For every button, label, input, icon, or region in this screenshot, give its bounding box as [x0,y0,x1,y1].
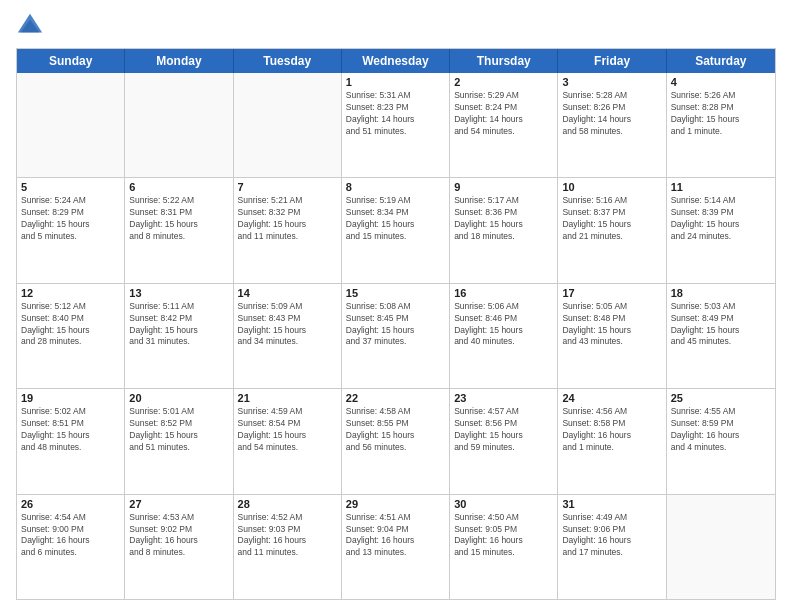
page: SundayMondayTuesdayWednesdayThursdayFrid… [0,0,792,612]
cell-content: Sunrise: 4:49 AMSunset: 9:06 PMDaylight:… [562,512,661,560]
cell-content: Sunrise: 5:03 AMSunset: 8:49 PMDaylight:… [671,301,771,349]
table-row: 3Sunrise: 5:28 AMSunset: 8:26 PMDaylight… [558,73,666,177]
day-number: 27 [129,498,228,510]
day-number: 11 [671,181,771,193]
cell-content: Sunrise: 5:06 AMSunset: 8:46 PMDaylight:… [454,301,553,349]
cell-content: Sunrise: 4:53 AMSunset: 9:02 PMDaylight:… [129,512,228,560]
day-number: 26 [21,498,120,510]
logo-icon [16,12,44,40]
cell-content: Sunrise: 5:19 AMSunset: 8:34 PMDaylight:… [346,195,445,243]
calendar-week-2: 5Sunrise: 5:24 AMSunset: 8:29 PMDaylight… [17,178,775,283]
day-number: 30 [454,498,553,510]
table-row [17,73,125,177]
day-number: 31 [562,498,661,510]
day-header-sunday: Sunday [17,49,125,73]
table-row: 25Sunrise: 4:55 AMSunset: 8:59 PMDayligh… [667,389,775,493]
table-row: 28Sunrise: 4:52 AMSunset: 9:03 PMDayligh… [234,495,342,599]
cell-content: Sunrise: 5:29 AMSunset: 8:24 PMDaylight:… [454,90,553,138]
cell-content: Sunrise: 4:52 AMSunset: 9:03 PMDaylight:… [238,512,337,560]
day-header-saturday: Saturday [667,49,775,73]
cell-content: Sunrise: 4:58 AMSunset: 8:55 PMDaylight:… [346,406,445,454]
table-row: 10Sunrise: 5:16 AMSunset: 8:37 PMDayligh… [558,178,666,282]
table-row: 30Sunrise: 4:50 AMSunset: 9:05 PMDayligh… [450,495,558,599]
cell-content: Sunrise: 4:51 AMSunset: 9:04 PMDaylight:… [346,512,445,560]
table-row: 23Sunrise: 4:57 AMSunset: 8:56 PMDayligh… [450,389,558,493]
table-row: 21Sunrise: 4:59 AMSunset: 8:54 PMDayligh… [234,389,342,493]
cell-content: Sunrise: 4:50 AMSunset: 9:05 PMDaylight:… [454,512,553,560]
day-number: 12 [21,287,120,299]
cell-content: Sunrise: 5:02 AMSunset: 8:51 PMDaylight:… [21,406,120,454]
table-row: 5Sunrise: 5:24 AMSunset: 8:29 PMDaylight… [17,178,125,282]
day-number: 23 [454,392,553,404]
logo [16,12,48,40]
table-row: 31Sunrise: 4:49 AMSunset: 9:06 PMDayligh… [558,495,666,599]
day-header-monday: Monday [125,49,233,73]
table-row: 26Sunrise: 4:54 AMSunset: 9:00 PMDayligh… [17,495,125,599]
calendar-week-3: 12Sunrise: 5:12 AMSunset: 8:40 PMDayligh… [17,284,775,389]
day-number: 2 [454,76,553,88]
calendar: SundayMondayTuesdayWednesdayThursdayFrid… [16,48,776,600]
day-number: 8 [346,181,445,193]
day-header-thursday: Thursday [450,49,558,73]
cell-content: Sunrise: 5:24 AMSunset: 8:29 PMDaylight:… [21,195,120,243]
day-number: 14 [238,287,337,299]
day-number: 1 [346,76,445,88]
day-header-friday: Friday [558,49,666,73]
day-number: 16 [454,287,553,299]
day-number: 22 [346,392,445,404]
day-number: 13 [129,287,228,299]
cell-content: Sunrise: 5:28 AMSunset: 8:26 PMDaylight:… [562,90,661,138]
cell-content: Sunrise: 5:12 AMSunset: 8:40 PMDaylight:… [21,301,120,349]
cell-content: Sunrise: 5:17 AMSunset: 8:36 PMDaylight:… [454,195,553,243]
table-row: 1Sunrise: 5:31 AMSunset: 8:23 PMDaylight… [342,73,450,177]
cell-content: Sunrise: 5:14 AMSunset: 8:39 PMDaylight:… [671,195,771,243]
day-header-wednesday: Wednesday [342,49,450,73]
table-row: 8Sunrise: 5:19 AMSunset: 8:34 PMDaylight… [342,178,450,282]
cell-content: Sunrise: 5:08 AMSunset: 8:45 PMDaylight:… [346,301,445,349]
cell-content: Sunrise: 5:09 AMSunset: 8:43 PMDaylight:… [238,301,337,349]
cell-content: Sunrise: 5:05 AMSunset: 8:48 PMDaylight:… [562,301,661,349]
day-header-tuesday: Tuesday [234,49,342,73]
day-number: 9 [454,181,553,193]
day-number: 24 [562,392,661,404]
table-row [234,73,342,177]
cell-content: Sunrise: 5:01 AMSunset: 8:52 PMDaylight:… [129,406,228,454]
table-row: 11Sunrise: 5:14 AMSunset: 8:39 PMDayligh… [667,178,775,282]
table-row: 13Sunrise: 5:11 AMSunset: 8:42 PMDayligh… [125,284,233,388]
calendar-week-4: 19Sunrise: 5:02 AMSunset: 8:51 PMDayligh… [17,389,775,494]
day-number: 25 [671,392,771,404]
day-number: 20 [129,392,228,404]
cell-content: Sunrise: 4:57 AMSunset: 8:56 PMDaylight:… [454,406,553,454]
table-row: 24Sunrise: 4:56 AMSunset: 8:58 PMDayligh… [558,389,666,493]
day-number: 3 [562,76,661,88]
table-row: 15Sunrise: 5:08 AMSunset: 8:45 PMDayligh… [342,284,450,388]
day-number: 15 [346,287,445,299]
table-row: 2Sunrise: 5:29 AMSunset: 8:24 PMDaylight… [450,73,558,177]
calendar-header: SundayMondayTuesdayWednesdayThursdayFrid… [17,49,775,73]
day-number: 17 [562,287,661,299]
header [16,12,776,40]
cell-content: Sunrise: 5:21 AMSunset: 8:32 PMDaylight:… [238,195,337,243]
table-row: 19Sunrise: 5:02 AMSunset: 8:51 PMDayligh… [17,389,125,493]
table-row: 27Sunrise: 4:53 AMSunset: 9:02 PMDayligh… [125,495,233,599]
day-number: 29 [346,498,445,510]
table-row: 12Sunrise: 5:12 AMSunset: 8:40 PMDayligh… [17,284,125,388]
day-number: 19 [21,392,120,404]
day-number: 18 [671,287,771,299]
table-row: 7Sunrise: 5:21 AMSunset: 8:32 PMDaylight… [234,178,342,282]
cell-content: Sunrise: 5:16 AMSunset: 8:37 PMDaylight:… [562,195,661,243]
table-row: 17Sunrise: 5:05 AMSunset: 8:48 PMDayligh… [558,284,666,388]
table-row: 20Sunrise: 5:01 AMSunset: 8:52 PMDayligh… [125,389,233,493]
day-number: 4 [671,76,771,88]
cell-content: Sunrise: 5:26 AMSunset: 8:28 PMDaylight:… [671,90,771,138]
calendar-body: 1Sunrise: 5:31 AMSunset: 8:23 PMDaylight… [17,73,775,599]
table-row: 9Sunrise: 5:17 AMSunset: 8:36 PMDaylight… [450,178,558,282]
table-row: 18Sunrise: 5:03 AMSunset: 8:49 PMDayligh… [667,284,775,388]
table-row: 22Sunrise: 4:58 AMSunset: 8:55 PMDayligh… [342,389,450,493]
day-number: 10 [562,181,661,193]
table-row: 14Sunrise: 5:09 AMSunset: 8:43 PMDayligh… [234,284,342,388]
day-number: 5 [21,181,120,193]
table-row [125,73,233,177]
table-row: 6Sunrise: 5:22 AMSunset: 8:31 PMDaylight… [125,178,233,282]
table-row [667,495,775,599]
